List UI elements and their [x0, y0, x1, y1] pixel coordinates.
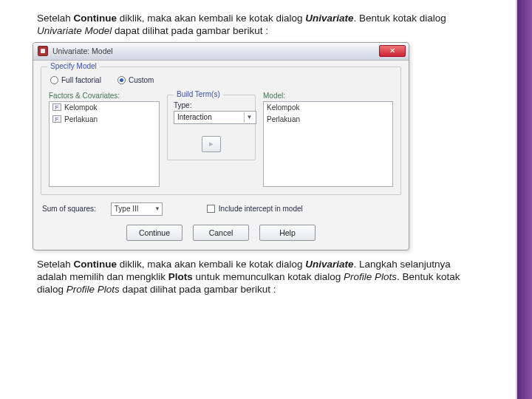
arrow-right-icon: ▸ — [209, 139, 214, 149]
continue-button[interactable]: Continue — [126, 225, 183, 241]
text: . Bentuk kotak dialog — [353, 13, 446, 24]
group-build-terms: Build Term(s) Type: Interaction ▼ ▸ — [167, 95, 256, 160]
dialog-title: Univariate: Model — [52, 47, 375, 55]
list-item-label: Perlakuan — [64, 115, 98, 123]
col-factors: Factors & Covariates: FKelompok FPerlaku… — [49, 92, 160, 187]
radio-icon — [117, 76, 126, 84]
bold-continue: Continue — [74, 13, 117, 24]
univariate-model-dialog: Univariate: Model ✕ Specify Model Full f… — [33, 42, 409, 250]
select-value: Interaction — [177, 113, 212, 121]
col-model: Model: Kelompok Perlakuan — [263, 92, 393, 187]
list-item[interactable]: Perlakuan — [264, 114, 392, 126]
close-icon: ✕ — [389, 47, 395, 55]
text: diklik, maka akan kembali ke kotak dialo… — [117, 259, 305, 270]
checkbox-include-intercept[interactable]: Include intercept in model — [207, 205, 303, 213]
group-legend-specify: Specify Model — [47, 62, 100, 70]
slide-accent-band — [516, 0, 532, 399]
checkbox-label: Include intercept in model — [219, 205, 303, 213]
list-item[interactable]: FKelompok — [50, 102, 159, 114]
button-label: Cancel — [209, 228, 233, 237]
text: diklik, maka akan kembali ke kotak dialo… — [117, 13, 305, 24]
bold-plots: Plots — [168, 271, 193, 282]
bottom-row: Sum of squares: Type III ▼ Include inter… — [41, 195, 401, 219]
listbox-model[interactable]: Kelompok Perlakuan — [263, 101, 393, 187]
listbox-factors[interactable]: FKelompok FPerlakuan — [49, 101, 160, 187]
field-type: Type: Interaction ▼ — [174, 101, 249, 124]
label-model: Model: — [263, 92, 393, 100]
lists-row: Factors & Covariates: FKelompok FPerlaku… — [49, 92, 393, 187]
move-right-button[interactable]: ▸ — [202, 136, 221, 152]
group-legend-build: Build Term(s) — [174, 90, 223, 98]
italic-profile-plots: Profile Plots — [344, 271, 397, 282]
factor-marker-icon: F — [52, 115, 61, 123]
radio-row: Full factorial Custom — [49, 73, 393, 92]
button-label: Continue — [139, 228, 170, 237]
bold-continue: Continue — [74, 259, 117, 270]
dialog-body: Specify Model Full factorial Custom Fact… — [33, 61, 409, 250]
group-specify-model: Specify Model Full factorial Custom Fact… — [41, 66, 401, 195]
text: Setelah — [37, 13, 74, 24]
select-value: Type III — [115, 205, 139, 213]
label-sum-of-squares: Sum of squares: — [42, 205, 96, 213]
italic-profile-plots: Profile Plots — [66, 284, 120, 295]
list-item[interactable]: FPerlakuan — [50, 114, 159, 126]
radio-full-factorial[interactable]: Full factorial — [50, 76, 101, 84]
radio-custom[interactable]: Custom — [117, 76, 154, 84]
text: dapat dilihat pada gambar berikut : — [120, 284, 276, 295]
select-sum-of-squares[interactable]: Type III ▼ — [111, 202, 163, 216]
italic-univariate: Univariate — [305, 259, 353, 270]
radio-label: Custom — [129, 76, 154, 84]
radio-label: Full factorial — [61, 76, 101, 84]
paragraph-1: Setelah Continue diklik, maka akan kemba… — [37, 12, 478, 38]
button-bar: Continue Cancel Help — [41, 219, 401, 242]
button-label: Help — [279, 228, 296, 237]
list-item[interactable]: Kelompok — [264, 102, 392, 114]
chevron-down-icon: ▼ — [154, 205, 160, 212]
dialog-titlebar: Univariate: Model ✕ — [33, 43, 409, 61]
paragraph-2: Setelah Continue diklik, maka akan kemba… — [37, 258, 478, 296]
label-type: Type: — [174, 101, 249, 109]
list-item-label: Kelompok — [267, 103, 299, 112]
list-item-label: Kelompok — [64, 103, 97, 112]
chevron-down-icon: ▼ — [244, 112, 254, 123]
text: dapat dilihat pada gambar berikut : — [112, 25, 268, 36]
text: Setelah — [37, 259, 74, 270]
slide-content: Setelah Continue diklik, maka akan kemba… — [0, 0, 514, 296]
factor-marker-icon: F — [52, 103, 61, 111]
app-icon — [38, 46, 48, 56]
help-button[interactable]: Help — [259, 225, 316, 241]
checkbox-icon — [207, 205, 215, 213]
label-factors: Factors & Covariates: — [49, 92, 160, 100]
text: untuk memunculkan kotak dialog — [193, 271, 344, 282]
close-button[interactable]: ✕ — [379, 45, 406, 57]
cancel-button[interactable]: Cancel — [193, 225, 249, 241]
col-build-terms: Build Term(s) Type: Interaction ▼ ▸ — [167, 92, 256, 160]
radio-icon — [50, 76, 58, 84]
italic-univariate-model: Univariate Model — [37, 25, 112, 36]
list-item-label: Perlakuan — [267, 115, 300, 123]
italic-univariate: Univariate — [305, 13, 353, 24]
select-type[interactable]: Interaction ▼ — [174, 111, 256, 124]
